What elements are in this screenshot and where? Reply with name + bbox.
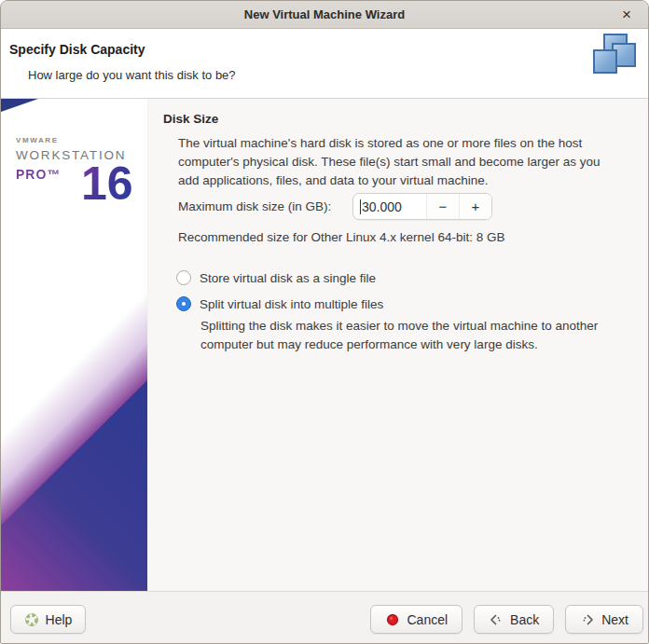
help-lifebuoy-icon <box>24 612 39 627</box>
radio-split-circle[interactable] <box>176 296 191 311</box>
cancel-button-label: Cancel <box>407 612 448 627</box>
title-bar[interactable]: New Virtual Machine Wizard × <box>1 1 648 29</box>
text-caret <box>360 199 361 214</box>
next-button[interactable]: Next <box>565 605 643 634</box>
brand-sidebar: VMWARE WORKSTATION PRO™ 16 <box>1 99 148 591</box>
file-square-front <box>593 49 617 74</box>
button-bar: Help Cancel <box>1 591 648 644</box>
chevrons-left-icon <box>489 612 504 627</box>
wizard-window: New Virtual Machine Wizard × Specify Dis… <box>0 0 649 644</box>
vmware-logo: VMWARE WORKSTATION PRO™ 16 <box>16 136 137 182</box>
brand-version-text: 16 <box>81 161 133 206</box>
max-disk-size-label: Maximum disk size (in GB): <box>178 199 331 213</box>
next-button-label: Next <box>601 612 628 627</box>
disk-size-value: 30.000 <box>362 199 402 214</box>
spin-decrement-button[interactable]: − <box>426 194 459 219</box>
page-subtitle: How large do you want this disk to be? <box>28 68 236 82</box>
back-button[interactable]: Back <box>474 605 554 634</box>
wizard-nav-buttons: Cancel Back <box>370 605 643 634</box>
disk-size-heading: Disk Size <box>163 112 218 126</box>
radio-single-circle[interactable] <box>176 270 191 285</box>
page-title: Specify Disk Capacity <box>9 42 145 57</box>
radio-split-label: Split virtual disk into multiple files <box>200 297 383 311</box>
multiple-files-icon <box>587 32 641 84</box>
wizard-header: Specify Disk Capacity How large do you w… <box>1 29 648 99</box>
radio-single-label: Store virtual disk as a single file <box>200 271 376 285</box>
recommended-size-text: Recommended size for Other Linux 4.x ker… <box>178 230 504 244</box>
help-button[interactable]: Help <box>10 605 86 634</box>
help-button-label: Help <box>46 612 73 627</box>
cancel-button[interactable]: Cancel <box>370 605 463 634</box>
disk-size-input[interactable]: 30.000 <box>353 194 426 219</box>
close-icon[interactable]: × <box>614 1 639 29</box>
disk-capacity-panel: Disk Size The virtual machine's hard dis… <box>148 99 648 591</box>
window-title: New Virtual Machine Wizard <box>244 7 405 21</box>
radio-single-file[interactable]: Store virtual disk as a single file <box>176 270 376 285</box>
radio-split-files[interactable]: Split virtual disk into multiple files <box>176 296 383 311</box>
disk-size-spinbox: 30.000 − + <box>352 193 492 220</box>
split-option-description: Splitting the disk makes it easier to mo… <box>200 317 598 354</box>
brand-vmware-text: VMWARE <box>16 136 137 144</box>
spin-increment-button[interactable]: + <box>459 194 491 219</box>
disk-size-description: The virtual machine's hard disk is store… <box>178 134 601 190</box>
chevrons-right-icon <box>580 612 595 627</box>
back-button-label: Back <box>510 612 539 627</box>
cancel-stop-icon <box>385 612 400 627</box>
